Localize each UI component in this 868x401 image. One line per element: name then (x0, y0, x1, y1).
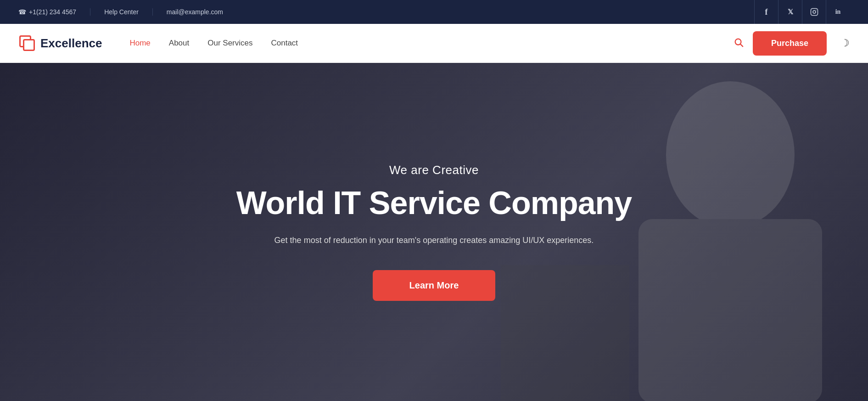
email-item[interactable]: mail@example.com (167, 8, 237, 16)
dark-mode-icon[interactable]: ☽ (840, 37, 850, 49)
search-icon[interactable] (734, 37, 744, 50)
logo-icon (18, 34, 36, 52)
svg-point-5 (666, 81, 795, 228)
facebook-icon[interactable]: f (754, 0, 778, 24)
hero-content: We are Creative World IT Service Company… (236, 163, 632, 301)
help-center-item[interactable]: Help Center (104, 8, 153, 16)
twitter-icon[interactable]: 𝕏 (778, 0, 802, 24)
phone-item[interactable]: ☎ +1(21) 234 4567 (18, 8, 90, 16)
phone-icon: ☎ (18, 8, 26, 16)
logo-text: Excellence (40, 36, 102, 51)
hero-description: Get the most of reduction in your team's… (259, 234, 608, 247)
email-label: mail@example.com (167, 8, 223, 16)
top-bar-left: ☎ +1(21) 234 4567 Help Center mail@examp… (18, 8, 754, 16)
nav-home[interactable]: Home (129, 39, 150, 48)
hero-subtitle: We are Creative (236, 163, 632, 177)
social-links: f 𝕏 in (754, 0, 850, 24)
hero-section: We are Creative World IT Service Company… (0, 63, 868, 401)
purchase-button[interactable]: Purchase (753, 31, 827, 56)
help-center-label: Help Center (104, 8, 139, 16)
logo[interactable]: Excellence (18, 34, 102, 52)
nav-services[interactable]: Our Services (207, 39, 252, 48)
learn-more-button[interactable]: Learn More (373, 270, 496, 301)
hero-title: World IT Service Company (236, 186, 632, 221)
instagram-icon[interactable] (802, 0, 826, 24)
svg-rect-6 (638, 219, 822, 401)
top-bar: ☎ +1(21) 234 4567 Help Center mail@examp… (0, 0, 868, 24)
phone-number: +1(21) 234 4567 (29, 8, 76, 16)
svg-point-2 (816, 10, 816, 10)
main-header: Excellence Home About Our Services Conta… (0, 24, 868, 63)
linkedin-icon[interactable]: in (826, 0, 850, 24)
nav-contact[interactable]: Contact (271, 39, 298, 48)
nav-about[interactable]: About (169, 39, 189, 48)
main-nav: Home About Our Services Contact (129, 39, 734, 48)
svg-line-4 (740, 44, 743, 46)
header-right: Purchase ☽ (734, 31, 850, 56)
svg-rect-0 (811, 9, 818, 16)
svg-point-1 (813, 11, 816, 13)
